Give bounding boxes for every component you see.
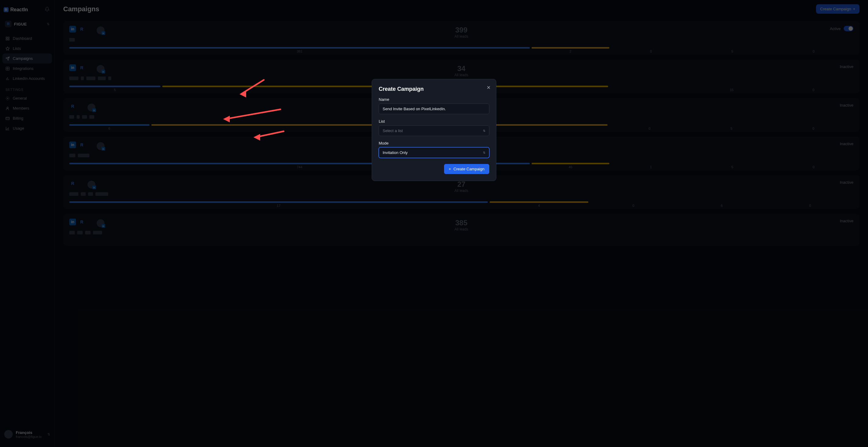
- list-label: List: [379, 119, 489, 124]
- create-campaign-submit-button[interactable]: + Create Campaign: [444, 164, 489, 174]
- mode-select-value: Invitation Only: [383, 150, 408, 155]
- chevron-updown-icon: ⇅: [483, 129, 485, 132]
- submit-label: Create Campaign: [454, 167, 485, 171]
- name-label: Name: [379, 97, 489, 102]
- modal-title: Create Campaign: [379, 86, 489, 92]
- list-select-value: Select a list: [383, 129, 403, 133]
- campaign-name-input[interactable]: [379, 104, 489, 114]
- list-select[interactable]: Select a list ⇅: [379, 126, 489, 136]
- close-icon[interactable]: ✕: [487, 85, 491, 91]
- mode-label: Mode: [379, 141, 489, 145]
- mode-select[interactable]: Invitation Only ⇅: [379, 147, 489, 158]
- chevron-updown-icon: ⇅: [483, 151, 485, 154]
- plus-icon: +: [449, 167, 451, 171]
- create-campaign-modal: Create Campaign ✕ Name List Select a lis…: [372, 79, 496, 181]
- modal-overlay[interactable]: [0, 0, 868, 447]
